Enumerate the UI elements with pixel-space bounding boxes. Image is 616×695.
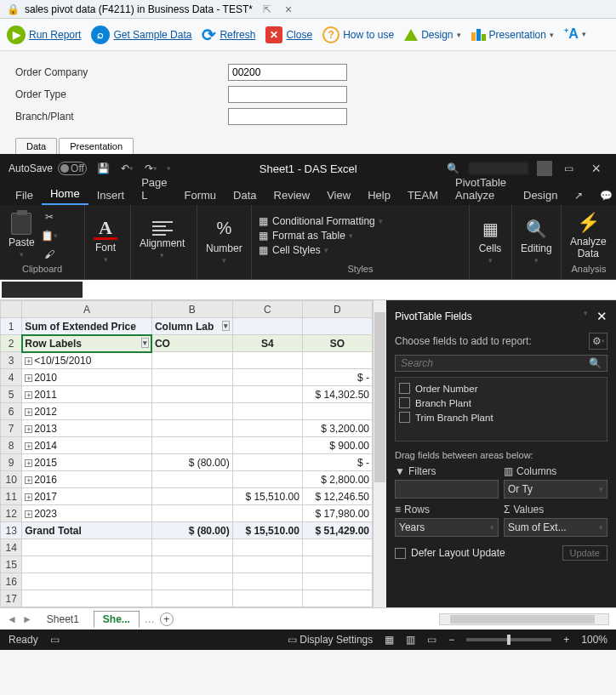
row-header[interactable]: 9 (1, 454, 22, 471)
row-header[interactable]: 3 (1, 352, 22, 369)
col-header-C[interactable]: C (232, 301, 302, 318)
row-header[interactable]: 6 (1, 403, 22, 420)
tab-data[interactable]: Data (225, 185, 265, 205)
cell[interactable] (302, 403, 372, 420)
row-header[interactable]: 17 (1, 590, 22, 607)
row-header[interactable]: 15 (1, 556, 22, 573)
cell[interactable]: $ 3,200.00 (302, 420, 372, 437)
row-header[interactable]: 14 (1, 539, 22, 556)
expand-icon[interactable]: + (25, 374, 32, 382)
tab-home[interactable]: Home (42, 184, 88, 205)
columns-area[interactable]: Or Ty▾ (504, 480, 607, 498)
zoom-level[interactable]: 100% (581, 634, 607, 646)
fields-search[interactable]: 🔍 (395, 355, 607, 372)
font-style-button[interactable]: +A▾ (564, 26, 586, 42)
account-name[interactable] (469, 162, 528, 174)
cell[interactable]: +2014 (22, 437, 152, 454)
cell[interactable] (232, 352, 302, 369)
pane-menu-icon[interactable]: ▾ (584, 309, 588, 324)
cell[interactable]: +2016 (22, 471, 152, 488)
cell[interactable] (151, 420, 232, 437)
cell[interactable] (232, 403, 302, 420)
tab-team[interactable]: TEAM (399, 185, 447, 205)
cell[interactable] (151, 437, 232, 454)
cells-button[interactable]: ▦Cells▾ (475, 217, 505, 265)
cell[interactable] (232, 386, 302, 403)
cell[interactable]: SO (302, 335, 372, 352)
cell[interactable]: +2017 (22, 488, 152, 505)
row-header[interactable]: 12 (1, 505, 22, 522)
cell[interactable]: $ 51,429.00 (302, 522, 372, 539)
expand-icon[interactable]: + (25, 425, 32, 433)
col-header-B[interactable]: B (151, 301, 232, 318)
howto-button[interactable]: ?How to use (322, 26, 394, 43)
font-button[interactable]: AFont▾ (90, 217, 121, 264)
cell[interactable] (232, 454, 302, 471)
cell[interactable]: +2012 (22, 403, 152, 420)
cell[interactable]: +2013 (22, 420, 152, 437)
accessibility-icon[interactable]: ▭ (50, 634, 60, 646)
cell[interactable] (232, 369, 302, 386)
cell[interactable] (151, 573, 232, 590)
zoom-slider[interactable] (466, 638, 551, 641)
col-header-D[interactable]: D (302, 301, 372, 318)
tab-design[interactable]: Design (515, 185, 566, 205)
conditional-formatting-button[interactable]: ▦Conditional Formatting▾ (257, 215, 383, 227)
cell[interactable]: $ 15,510.00 (232, 522, 302, 539)
cell[interactable]: +2010 (22, 369, 152, 386)
cell[interactable]: Column Lab▾ (151, 318, 232, 335)
avatar[interactable] (537, 161, 552, 176)
row-header[interactable]: 10 (1, 471, 22, 488)
analyze-data-button[interactable]: ⚡Analyze Data (567, 212, 610, 259)
cell[interactable]: $ 17,980.00 (302, 505, 372, 522)
display-settings-button[interactable]: ▭ Display Settings (288, 634, 373, 646)
field-list[interactable]: Order NumberBranch PlantTrim Branch Plan… (395, 377, 607, 441)
expand-icon[interactable]: + (25, 459, 32, 467)
run-report-button[interactable]: ▶Run Report (7, 26, 81, 44)
update-button[interactable]: Update (562, 545, 607, 561)
cell[interactable] (151, 386, 232, 403)
fields-search-input[interactable] (401, 357, 589, 369)
cell[interactable]: Sum of Extended Price (22, 318, 152, 335)
tab-file[interactable]: File (7, 185, 42, 205)
row-header[interactable]: 1 (1, 318, 22, 335)
sheet-nav-next[interactable]: ► (22, 613, 32, 625)
cell[interactable] (232, 556, 302, 573)
cell[interactable] (232, 471, 302, 488)
zoom-in-button[interactable]: + (563, 634, 569, 646)
cell[interactable]: $ 12,246.50 (302, 488, 372, 505)
cell[interactable] (151, 556, 232, 573)
get-sample-button[interactable]: ⌕Get Sample Data (91, 26, 191, 44)
cell[interactable] (151, 369, 232, 386)
cut-icon[interactable]: ✂ (42, 209, 57, 225)
fields-gear-icon[interactable]: ⚙▾ (589, 333, 607, 350)
row-header[interactable]: 13 (1, 522, 22, 539)
qat-more[interactable]: ▾ (167, 164, 171, 173)
close-pane-icon[interactable]: ✕ (596, 309, 607, 324)
comments-button[interactable]: 💬 (591, 186, 616, 205)
row-header[interactable]: 4 (1, 369, 22, 386)
close-excel-icon[interactable]: × (585, 160, 607, 178)
expand-icon[interactable]: + (25, 408, 32, 416)
field-item[interactable]: Branch Plant (399, 396, 603, 410)
cell[interactable]: CO (151, 335, 232, 352)
filter-dropdown[interactable]: ▾ (222, 321, 230, 331)
cell[interactable] (22, 539, 152, 556)
cell[interactable]: $ 2,800.00 (302, 471, 372, 488)
cell[interactable] (232, 437, 302, 454)
number-button[interactable]: %Number▾ (202, 217, 246, 265)
cell[interactable] (151, 590, 232, 607)
expand-icon[interactable]: + (25, 510, 32, 518)
share-button[interactable]: ↗ (566, 186, 591, 205)
cell[interactable]: +<10/15/2010 (22, 352, 152, 369)
row-header[interactable]: 11 (1, 488, 22, 505)
cell[interactable]: $ 15,510.00 (232, 488, 302, 505)
tab-data[interactable]: Data (15, 138, 57, 154)
rows-area[interactable]: Years▾ (395, 518, 499, 537)
cell[interactable] (232, 573, 302, 590)
cell-styles-button[interactable]: ▦Cell Styles▾ (257, 244, 383, 256)
cell[interactable]: +2011 (22, 386, 152, 403)
cell[interactable] (232, 590, 302, 607)
view-page-icon[interactable]: ▥ (406, 634, 415, 646)
cell[interactable]: S4 (232, 335, 302, 352)
